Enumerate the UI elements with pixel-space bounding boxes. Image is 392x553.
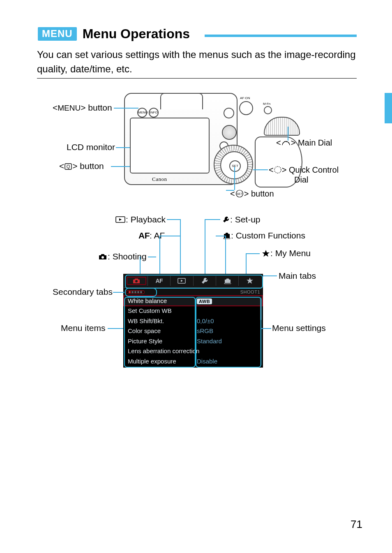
legend-custom: : Custom Functions xyxy=(222,231,305,241)
svg-point-7 xyxy=(101,256,104,259)
callout-lcd: LCD monitor xyxy=(67,142,115,152)
leader-maintabs xyxy=(263,275,277,276)
subtab-dot-5 xyxy=(140,291,142,293)
legend-setup-text: : Set-up xyxy=(230,215,261,224)
leader-settings xyxy=(261,328,271,329)
callout-q-button: <Q> button xyxy=(59,161,104,172)
subtab-dot-3 xyxy=(134,291,136,293)
q-post: > button xyxy=(72,161,104,171)
callout-menu-items: Menu items xyxy=(61,323,106,333)
main-dial-glyph-icon xyxy=(281,139,291,149)
menu-row-label: Color space xyxy=(128,327,197,334)
callout-menu-kw: MENU xyxy=(58,104,81,112)
legend-playback-text: : Playback xyxy=(126,215,166,224)
subtab-dot-1 xyxy=(129,291,131,293)
md-pre: < xyxy=(276,138,281,147)
md-post: > Main Dial xyxy=(291,138,332,147)
menu-row-value: AWB xyxy=(197,297,212,304)
callout-menu-suffix: button xyxy=(88,103,112,112)
menu-badge: MENU xyxy=(38,27,77,41)
legend-setup: : Set-up xyxy=(222,215,261,224)
menu-scrollbar xyxy=(260,296,262,366)
menu-row-label: Lens aberration correction xyxy=(128,347,258,354)
camera-diagram: Canon MENU INFO SET xyxy=(124,90,270,186)
callout-menu-button: <MENU> button xyxy=(53,103,112,113)
viewfinder-outline xyxy=(160,93,203,109)
camera-body-outline: Canon MENU INFO SET xyxy=(124,93,238,185)
subtab-label: SHOOT1 xyxy=(240,289,260,294)
callout-qc-dial-sub: Dial xyxy=(294,175,308,185)
ael-button-icon xyxy=(224,108,234,118)
menu-row-label: White balance xyxy=(128,297,197,304)
menu-row-white-balance: White balance AWB xyxy=(124,296,263,306)
svg-point-2 xyxy=(274,167,281,173)
leader-secondary xyxy=(113,292,125,293)
svg-point-10 xyxy=(135,280,138,282)
af-on-button-icon xyxy=(239,101,253,115)
menu-row-picture-style: Picture Style Standard xyxy=(124,336,263,346)
heading-row: MENU Menu Operations xyxy=(38,26,190,42)
leader-qc xyxy=(253,169,268,170)
camera-icon xyxy=(98,252,108,261)
menu-row-label: Picture Style xyxy=(128,338,197,345)
svg-marker-12 xyxy=(181,280,183,282)
menu-row-value: Disable xyxy=(197,358,217,365)
awb-badge: AWB xyxy=(197,298,212,304)
menu-screenshot: AF SHOOT1 White balance AWB Set Custom W… xyxy=(123,274,263,368)
leader-menu xyxy=(114,108,138,109)
menu-button-icon: MENU xyxy=(137,108,147,118)
main-dial-icon xyxy=(264,117,300,136)
leader-md-v xyxy=(288,127,288,141)
menu-row-label: Multiple exposure xyxy=(128,358,197,365)
set-button-icon: SET xyxy=(229,160,241,172)
leader-set-v xyxy=(234,167,235,190)
lead-af-v xyxy=(159,236,160,277)
legend-custom-text: : Custom Functions xyxy=(231,231,305,240)
callout-main-tabs: Main tabs xyxy=(279,271,316,281)
quick-control-dial-icon: SET xyxy=(214,145,253,184)
lead-cf-v xyxy=(225,236,226,277)
tab-shooting xyxy=(125,276,148,286)
svg-marker-6 xyxy=(119,218,122,221)
wrench-icon xyxy=(222,215,230,224)
main-tab-bar: AF xyxy=(124,274,263,288)
lead-set-v xyxy=(205,219,205,277)
set-post: > button xyxy=(244,189,274,198)
page-number: 71 xyxy=(350,518,362,531)
menu-row-lens-aberration: Lens aberration correction xyxy=(124,346,263,356)
lead-af-h2 xyxy=(159,236,173,236)
subtab-pager xyxy=(126,290,145,294)
page-title: Menu Operations xyxy=(83,26,190,42)
lead-shoot-h xyxy=(148,257,156,257)
menu-row-label: Set Custom WB xyxy=(128,307,197,314)
leader-set-h xyxy=(226,190,234,191)
svg-rect-8 xyxy=(224,238,230,239)
legend-playback: : Playback xyxy=(115,215,166,224)
q-button-icon: Q xyxy=(64,162,72,172)
tab-setup xyxy=(194,276,216,286)
callout-qc-dial: <> Quick Control xyxy=(269,165,339,176)
leader-items xyxy=(108,328,123,329)
af-icon: AF xyxy=(138,231,150,240)
lead-pb-h xyxy=(167,219,180,220)
svg-text:SET: SET xyxy=(236,192,243,196)
q-pre: < xyxy=(59,161,64,171)
multi-controller-icon xyxy=(222,125,237,140)
info-button-icon: INFO xyxy=(149,108,159,118)
callout-menu-settings: Menu settings xyxy=(272,323,326,333)
legend-shooting: : Shooting xyxy=(98,252,147,261)
tab-af-icon: AF xyxy=(155,278,163,284)
lcd-outline xyxy=(130,118,210,174)
lead-pb-v xyxy=(180,219,181,277)
menu-row-value: Standard xyxy=(197,338,222,345)
svg-rect-13 xyxy=(224,283,231,284)
leader-lcd xyxy=(116,147,130,148)
menu-row-value: 0,0/±0 xyxy=(197,317,214,324)
legend-mymenu: : My Menu xyxy=(261,248,311,258)
heading-rule xyxy=(205,35,357,37)
menu-scrollbar-thumb xyxy=(260,298,262,320)
page: MENU Menu Operations You can set various… xyxy=(0,0,392,553)
svg-text:Q: Q xyxy=(67,164,70,169)
tab-af: AF xyxy=(148,276,171,286)
menu-row-color-space: Color space sRGB xyxy=(124,326,263,336)
